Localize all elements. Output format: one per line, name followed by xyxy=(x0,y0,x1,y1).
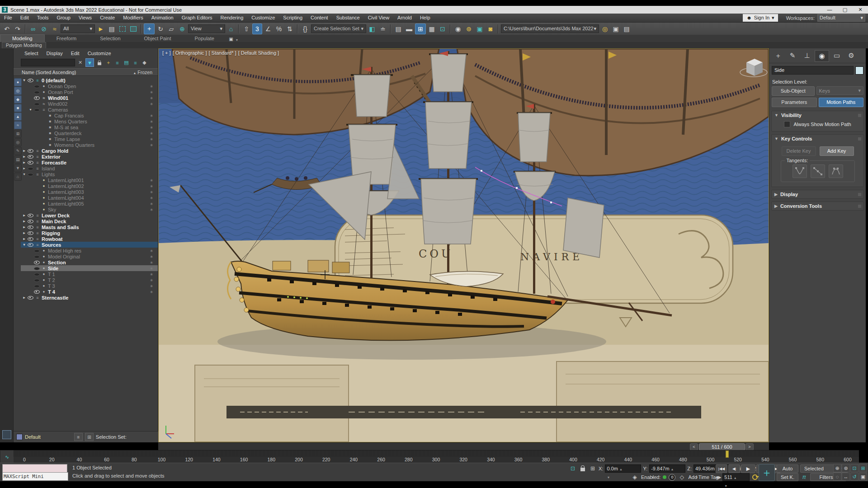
explorer-row[interactable]: ●T 2∗ xyxy=(21,277,158,283)
selection-filter-dropdown[interactable]: All▾ xyxy=(61,24,95,33)
eye-icon[interactable] xyxy=(34,178,40,183)
frozen-toggle-icon[interactable]: ∗ xyxy=(150,143,153,147)
explorer-row[interactable]: ●LanternLight001∗ xyxy=(21,177,158,183)
ribbon-toggle-icon[interactable]: ▬ xyxy=(404,24,414,34)
expand-icon[interactable]: ▸ xyxy=(22,213,26,217)
zoom-extents-all-icon[interactable]: ⊞ xyxy=(859,464,867,472)
explorer-row[interactable]: ▸≡Island xyxy=(21,165,158,171)
explorer-row[interactable]: ▾≡Sources xyxy=(21,242,158,248)
explorer-row[interactable]: ▸≡Sterncastle xyxy=(21,295,158,300)
search-input[interactable] xyxy=(21,59,75,66)
go-to-start-button[interactable]: |◀◀ xyxy=(716,465,727,473)
utilities-tab-icon[interactable]: ⚙ xyxy=(844,50,858,61)
frozen-toggle-icon[interactable]: ∗ xyxy=(150,102,153,106)
eye-icon[interactable] xyxy=(34,272,40,277)
sub-object-button[interactable]: Sub-Object xyxy=(772,86,815,96)
tangent-smooth-icon[interactable] xyxy=(793,164,807,178)
eye-icon[interactable] xyxy=(28,166,33,171)
link-icon[interactable]: ∞ xyxy=(28,24,38,34)
eye-icon[interactable] xyxy=(34,289,40,294)
explorer-row[interactable]: ■Mens Quarters∗ xyxy=(21,118,158,124)
eye-icon[interactable] xyxy=(34,207,40,212)
reference-coordinate-dropdown[interactable]: View▾ xyxy=(188,24,225,33)
select-and-manipulate-icon[interactable]: ⇧ xyxy=(241,24,251,34)
lock-icon[interactable] xyxy=(95,59,103,66)
polygon-modeling-tab[interactable]: Polygon Modeling xyxy=(2,42,46,48)
maxscript-mini-listener[interactable]: MAXScript Mini xyxy=(2,472,68,481)
explorer-row[interactable]: ▸≡Masts and Sails xyxy=(21,224,158,230)
frozen-toggle-icon[interactable]: ∗ xyxy=(150,113,153,118)
pick-parent-icon[interactable]: ＋ xyxy=(104,59,112,66)
eye-icon[interactable] xyxy=(34,183,40,188)
menu-item[interactable]: Animation xyxy=(147,14,178,22)
explorer-row[interactable]: ●T 3∗ xyxy=(21,283,158,289)
explorer-menu-item[interactable]: Select xyxy=(21,51,42,56)
frame-step-icon[interactable]: ◀▶ xyxy=(716,475,721,479)
maximize-button[interactable]: ▢ xyxy=(837,6,853,13)
maximize-viewport-icon[interactable]: ▣ xyxy=(859,473,867,481)
add-layer-icon[interactable]: ≡ xyxy=(113,59,121,66)
explorer-row[interactable]: ■Quarterdeck∗ xyxy=(21,130,158,136)
layer-color-swatch[interactable] xyxy=(16,434,23,440)
import-scene-icon[interactable]: ◎ xyxy=(600,24,610,34)
menu-item[interactable]: Create xyxy=(96,14,119,22)
explorer-row[interactable]: ▾≡Cameras xyxy=(21,107,158,113)
material-editor-icon[interactable]: ◉ xyxy=(453,24,463,34)
eye-icon[interactable] xyxy=(34,189,40,194)
align-icon[interactable]: ≐ xyxy=(378,24,388,34)
select-and-scale-icon[interactable]: ▱ xyxy=(166,24,176,34)
previous-frame-button[interactable]: ◀| xyxy=(728,465,740,473)
explorer-row[interactable]: ▾≡Lights xyxy=(21,171,158,177)
menu-item[interactable]: Tools xyxy=(33,14,53,22)
expand-icon[interactable]: ▾ xyxy=(22,78,26,82)
default-tangent-icon[interactable]: 𝜋 xyxy=(800,473,808,481)
filter-icon[interactable]: ▼ xyxy=(85,58,94,67)
explorer-row[interactable]: ▸≡Main Deck xyxy=(21,218,158,224)
render-setup-icon[interactable]: ⊚ xyxy=(464,24,474,34)
menu-item[interactable]: Edit xyxy=(16,14,33,22)
explorer-row[interactable]: ●Model Original∗ xyxy=(21,253,158,259)
frozen-toggle-icon[interactable]: ∗ xyxy=(150,137,153,141)
menu-item[interactable]: Customize xyxy=(247,14,279,22)
explorer-row[interactable]: ■Time Lapse∗ xyxy=(21,136,158,142)
frozen-toggle-icon[interactable]: ∗ xyxy=(150,272,153,277)
time-tag-icon[interactable]: ◇ xyxy=(678,473,686,481)
viewport-layout-tab[interactable] xyxy=(2,430,11,439)
eye-icon[interactable] xyxy=(34,195,40,200)
eye-icon[interactable] xyxy=(40,142,46,147)
viewport-label-part[interactable]: [ + ] xyxy=(162,50,171,56)
ribbon-tab[interactable]: Populate xyxy=(183,35,226,42)
eye-icon[interactable] xyxy=(34,260,40,265)
frame-back-button[interactable]: < xyxy=(690,443,698,450)
eye-icon[interactable] xyxy=(34,248,40,253)
expand-icon[interactable]: ▸ xyxy=(22,231,26,235)
counter-badge[interactable]: 0 xyxy=(669,474,675,481)
menu-item[interactable]: Content xyxy=(307,14,332,22)
nest-layer-icon[interactable]: ▤ xyxy=(123,59,130,66)
explorer-column-header[interactable]: Name (Sorted Ascending) ▲ Frozen xyxy=(14,68,158,76)
eye-icon[interactable] xyxy=(40,125,46,130)
eye-icon[interactable] xyxy=(40,131,46,136)
ribbon-camera-icon[interactable]: ▣ xyxy=(226,36,236,42)
shield-icon[interactable]: ◈ xyxy=(631,473,639,481)
time-slider[interactable]: < 511 / 600 > xyxy=(158,442,769,450)
eye-icon[interactable] xyxy=(34,201,40,206)
expand-icon[interactable]: ▸ xyxy=(22,296,26,300)
eye-icon[interactable] xyxy=(28,154,33,159)
frozen-toggle-icon[interactable]: ∗ xyxy=(150,278,153,282)
select-and-rotate-icon[interactable]: ↻ xyxy=(156,24,165,34)
explorer-row[interactable]: ●Side∗ xyxy=(21,265,158,271)
frozen-toggle-icon[interactable]: ∗ xyxy=(150,125,153,130)
eye-icon[interactable] xyxy=(28,236,33,241)
eye-icon[interactable] xyxy=(40,113,46,118)
pin-explorer-icon[interactable]: ◆ xyxy=(141,59,148,66)
named-selection-sets-icon[interactable]: {} xyxy=(300,24,310,34)
frozen-toggle-icon[interactable]: ∗ xyxy=(150,207,153,212)
menu-item[interactable]: Views xyxy=(75,14,96,22)
named-selection-set-field[interactable]: Create Selection Set▾ xyxy=(311,24,366,33)
angle-snap-icon[interactable]: ∠ xyxy=(263,24,273,34)
menu-item[interactable]: Group xyxy=(52,14,75,22)
explorer-row[interactable]: ■M-S at sea∗ xyxy=(21,124,158,130)
eye-icon[interactable] xyxy=(28,213,33,218)
frozen-toggle-icon[interactable]: ∗ xyxy=(150,290,153,294)
